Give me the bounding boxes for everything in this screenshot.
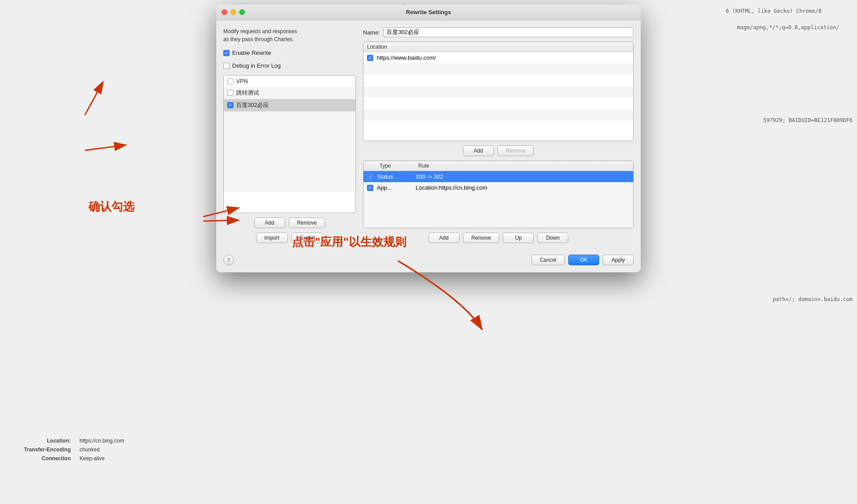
debug-label: Debug in Error Log <box>232 62 281 69</box>
left-import-button[interactable]: Import <box>256 233 288 243</box>
name-row: Name: <box>363 27 634 37</box>
rules-row-empty-2 <box>363 205 633 216</box>
right-panel: Name: Location https://www.baidu.com/ <box>363 27 634 243</box>
location-table: Location https://www.baidu.com/ <box>363 42 634 141</box>
location-row-empty-1 <box>363 63 633 75</box>
rules-row-0[interactable]: Status 200 -> 302 <box>363 171 633 182</box>
debug-row[interactable]: Debug in Error Log <box>223 62 356 69</box>
list-checkbox-vpn[interactable] <box>227 78 233 84</box>
traffic-lights <box>222 9 245 15</box>
location-row-0[interactable]: https://www.baidu.com/ <box>363 52 633 63</box>
dialog-footer: ? Cancel OK Apply <box>216 250 641 272</box>
list-item-empty-5 <box>224 157 356 169</box>
footer-action-buttons: Cancel OK Apply <box>532 255 634 265</box>
list-label-baidu: 百度302必应 <box>236 101 269 109</box>
list-item-baidu[interactable]: 百度302必应 <box>224 99 356 111</box>
debug-checkbox[interactable] <box>223 63 230 69</box>
rules-col-type-header: Type <box>379 163 415 169</box>
apply-button[interactable]: Apply <box>603 255 634 265</box>
rules-col-rule-header: Rule <box>418 163 630 169</box>
rules-list[interactable]: VPN 跳转测试 百度302必应 <box>223 75 356 213</box>
rules-buttons: Add Remove Up Down <box>363 233 634 243</box>
rules-row-1[interactable]: App... Location:https://cn.bing.com <box>363 182 633 193</box>
maximize-button[interactable] <box>239 9 245 15</box>
location-row-empty-3 <box>363 86 633 98</box>
enable-rewrite-checkbox[interactable] <box>223 50 230 56</box>
location-table-header: Location <box>363 42 633 52</box>
list-checkbox-baidu[interactable] <box>227 102 233 108</box>
enable-rewrite-label: Enable Rewrite <box>232 50 271 56</box>
rules-type-1: App... <box>377 184 412 191</box>
rules-row-empty-3 <box>363 216 633 228</box>
cancel-button[interactable]: Cancel <box>532 255 565 265</box>
list-item-empty-6 <box>224 169 356 180</box>
rules-table-header: Type Rule <box>363 161 633 171</box>
rules-rule-1: Location:https://cn.bing.com <box>416 184 630 191</box>
left-remove-button[interactable]: Remove <box>289 218 325 228</box>
rules-up-button[interactable]: Up <box>503 233 534 243</box>
close-button[interactable] <box>222 9 227 15</box>
left-add-button[interactable]: Add <box>254 218 285 228</box>
rules-down-button[interactable]: Down <box>537 233 568 243</box>
location-row-empty-6 <box>363 121 633 132</box>
rewrite-settings-dialog: Rewrite Settings Modify requests and res… <box>216 4 641 272</box>
dialog-title: Rewrite Settings <box>406 9 451 15</box>
left-add-remove-row: Add Remove <box>223 218 356 228</box>
location-table-body: https://www.baidu.com/ <box>363 52 633 141</box>
rules-remove-button[interactable]: Remove <box>463 233 500 243</box>
list-item-empty-2 <box>224 123 356 134</box>
ok-button[interactable]: OK <box>568 255 599 265</box>
left-export-button[interactable]: Export <box>291 233 324 243</box>
dialog-body: Modify requests and responses as they pa… <box>216 20 641 250</box>
name-input[interactable] <box>383 27 634 37</box>
list-label-redirect: 跳转测试 <box>236 89 259 97</box>
location-cell-0: https://www.baidu.com/ <box>377 54 630 61</box>
list-checkbox-redirect[interactable] <box>227 90 233 96</box>
location-row-empty-4 <box>363 98 633 109</box>
dialog-overlay: Rewrite Settings Modify requests and res… <box>0 0 857 504</box>
description-text: Modify requests and responses as they pa… <box>223 27 356 43</box>
list-item-empty-3 <box>224 134 356 146</box>
rules-type-0: Status <box>377 173 412 180</box>
location-checkbox-0[interactable] <box>367 55 373 61</box>
left-panel: Modify requests and responses as they pa… <box>223 27 356 243</box>
rules-checkbox-1[interactable] <box>367 185 373 191</box>
list-item-redirect[interactable]: 跳转测试 <box>224 87 356 99</box>
rules-checkbox-0[interactable] <box>367 174 373 180</box>
rules-rule-0: 200 -> 302 <box>416 173 630 180</box>
titlebar: Rewrite Settings <box>216 4 641 20</box>
location-remove-button[interactable]: Remove <box>497 145 534 156</box>
rules-row-empty-1 <box>363 193 633 205</box>
enable-rewrite-row[interactable]: Enable Rewrite <box>223 50 356 56</box>
left-import-export-row: Import Export <box>223 233 356 243</box>
list-item-empty-1 <box>224 111 356 123</box>
name-label: Name: <box>363 29 380 36</box>
rules-table: Type Rule Status 200 -> 302 A <box>363 160 634 228</box>
rules-table-body: Status 200 -> 302 App... Location:https:… <box>363 171 633 228</box>
minimize-button[interactable] <box>230 9 236 15</box>
location-header-label: Location <box>367 44 387 50</box>
location-row-empty-5 <box>363 109 633 121</box>
list-label-vpn: VPN <box>236 78 248 84</box>
location-add-button[interactable]: Add <box>463 145 494 156</box>
rules-add-button[interactable]: Add <box>428 233 459 243</box>
list-item-empty-4 <box>224 146 356 157</box>
location-buttons: Add Remove <box>363 145 634 156</box>
list-item-empty-7 <box>224 180 356 192</box>
help-button[interactable]: ? <box>223 255 234 265</box>
list-item-vpn[interactable]: VPN <box>224 76 356 87</box>
location-row-empty-2 <box>363 75 633 86</box>
